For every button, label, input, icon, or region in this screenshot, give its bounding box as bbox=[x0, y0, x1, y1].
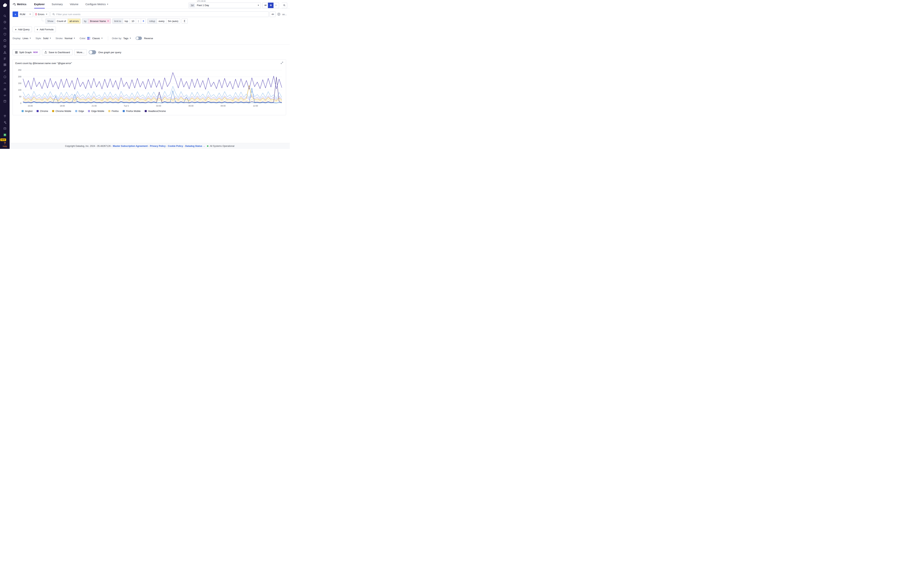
event-type-dropdown[interactable]: Errors ▼ bbox=[34, 11, 50, 17]
time-range-chip[interactable]: 1d bbox=[189, 3, 195, 7]
footer-link-cookie-policy[interactable]: Cookie Policy bbox=[168, 145, 183, 147]
add-query-button[interactable]: + Add Query bbox=[12, 26, 32, 32]
tab-configure-metrics[interactable]: Configure Metrics▼ bbox=[85, 0, 108, 8]
legend-item-headlesschrome[interactable]: HeadlessChrome bbox=[145, 110, 166, 113]
sigma-button[interactable]: Σ bbox=[182, 19, 187, 24]
legend-item-chrome[interactable]: Chrome bbox=[37, 110, 48, 113]
display-dropdown[interactable]: Lines▼ bbox=[23, 37, 31, 40]
footer-link-datadog-status[interactable]: Datadog Status → bbox=[185, 145, 205, 147]
legend-swatch-icon bbox=[145, 110, 147, 112]
event-search-field[interactable] bbox=[50, 11, 269, 17]
help-button[interactable]: ? Help bbox=[3, 142, 7, 147]
sidebar-database-icon[interactable] bbox=[3, 99, 7, 103]
footer-separator: - bbox=[149, 145, 149, 147]
svg-text:15:00: 15:00 bbox=[28, 105, 33, 107]
split-graph-icon bbox=[15, 51, 18, 54]
more-options-icon[interactable]: ⋮ bbox=[136, 19, 141, 24]
sidebar-metrics-icon[interactable] bbox=[3, 26, 7, 30]
source-dropdown[interactable]: RUM ▼ bbox=[18, 11, 33, 17]
order-by-label: Order by: bbox=[112, 37, 122, 40]
series-line-chrome bbox=[23, 73, 282, 90]
color-dropdown[interactable]: Classic▼ bbox=[87, 37, 103, 40]
svg-text:0: 0 bbox=[20, 102, 21, 104]
new-feature-badge: NEW bbox=[33, 51, 38, 53]
legend-item-edge-mobile[interactable]: Edge Mobile bbox=[88, 110, 104, 113]
style-dropdown[interactable]: Solid▼ bbox=[43, 37, 51, 40]
add-group-by-button[interactable]: + bbox=[141, 19, 146, 24]
time-range-selector[interactable]: 1d Past 1 Day ▼ bbox=[189, 3, 261, 8]
sidebar-sparkles-icon[interactable] bbox=[3, 120, 7, 125]
sidebar-service-map-icon[interactable] bbox=[3, 50, 7, 55]
sidebar-monitors-icon[interactable] bbox=[3, 32, 7, 36]
tab-volume[interactable]: Volume bbox=[70, 0, 79, 8]
color-label: Color: bbox=[80, 37, 86, 40]
sidebar-feedback-icon[interactable] bbox=[3, 126, 7, 131]
limit-value-dropdown[interactable]: 10 bbox=[130, 19, 136, 24]
tree-connector bbox=[42, 18, 44, 21]
legend-item-chrome-mobile[interactable]: Chrome Mobile bbox=[52, 110, 71, 113]
footer-link-privacy-policy[interactable]: Privacy Policy bbox=[150, 145, 166, 147]
legend-item-bingbot[interactable]: bingbot bbox=[22, 110, 33, 113]
svg-text:06:00: 06:00 bbox=[189, 105, 193, 107]
sidebar-search-icon[interactable] bbox=[3, 14, 7, 18]
limit-group: limit to top 10 ⋮ + bbox=[112, 19, 146, 24]
as-truncated-text[interactable]: as... bbox=[282, 13, 287, 16]
sidebar-apps-icon[interactable] bbox=[3, 62, 7, 67]
zoom-out-icon bbox=[283, 4, 286, 6]
group-by-tag[interactable]: Browser Name ✕ bbox=[88, 19, 111, 24]
rollup-interval-dropdown[interactable]: 5m (auto) bbox=[166, 19, 180, 24]
expand-chart-button[interactable] bbox=[280, 62, 283, 65]
chart-plot-area[interactable]: 05010015020025015:0018:0021:00Tue 503:00… bbox=[13, 67, 286, 109]
footer-link-master-subscription-agreement[interactable]: Master Subscription Agreement bbox=[113, 145, 148, 147]
legend-swatch-icon bbox=[88, 110, 90, 112]
measure-dropdown[interactable]: all errors bbox=[68, 19, 81, 24]
top-bottom-dropdown[interactable]: top bbox=[123, 19, 130, 24]
query-editor: a RUM ▼ Errors ▼ </> bbox=[9, 8, 290, 24]
legend-item-firefox[interactable]: Firefox bbox=[108, 110, 119, 113]
cookie-icon[interactable] bbox=[277, 12, 281, 17]
sidebar-history-icon[interactable] bbox=[3, 20, 7, 24]
split-graph-button[interactable]: Split Graph NEW bbox=[12, 49, 40, 55]
search-icon bbox=[52, 13, 55, 15]
pause-icon bbox=[269, 4, 272, 6]
sidebar-bug-icon[interactable] bbox=[3, 87, 7, 91]
sidebar-watchdog-icon[interactable] bbox=[3, 93, 7, 97]
forward-button[interactable] bbox=[274, 3, 279, 8]
sidebar-infrastructure-icon[interactable] bbox=[3, 44, 7, 49]
save-to-dashboard-button[interactable]: Save to Dashboard bbox=[42, 49, 73, 55]
sidebar-upgrade-icon[interactable] bbox=[3, 133, 7, 137]
stroke-dropdown[interactable]: Normal▼ bbox=[65, 37, 75, 40]
tab-summary[interactable]: Summary bbox=[52, 0, 63, 8]
search-input[interactable] bbox=[56, 13, 267, 16]
sidebar-logs-icon[interactable] bbox=[3, 56, 7, 61]
more-button[interactable]: More... bbox=[74, 49, 87, 55]
sidebar-link-icon[interactable] bbox=[3, 68, 7, 73]
sidebar-packages-icon[interactable] bbox=[3, 75, 7, 79]
sidebar-gauge-icon[interactable] bbox=[3, 81, 7, 85]
aggregation-dropdown[interactable]: Count of bbox=[55, 19, 68, 24]
rewind-icon bbox=[264, 4, 266, 6]
chart-legend: bingbotChromeChrome MobileEdgeEdge Mobil… bbox=[13, 109, 286, 115]
pause-button[interactable] bbox=[268, 3, 274, 8]
code-view-button[interactable]: </> bbox=[269, 11, 275, 17]
add-actions: + Add Query + Add Formula bbox=[9, 24, 290, 32]
timeseries-chart[interactable]: 05010015020025015:0018:0021:00Tue 503:00… bbox=[15, 68, 284, 108]
rewind-button[interactable] bbox=[262, 3, 268, 8]
add-formula-button[interactable]: + Add Formula bbox=[34, 26, 56, 32]
zoom-out-button[interactable] bbox=[282, 3, 287, 8]
remove-group-by-icon[interactable]: ✕ bbox=[107, 20, 109, 22]
playback-controls bbox=[262, 3, 279, 8]
datadog-logo[interactable] bbox=[0, 0, 9, 9]
one-graph-per-query-toggle[interactable] bbox=[89, 50, 96, 54]
tab-explorer[interactable]: Explorer bbox=[34, 0, 45, 8]
time-controls: UTC-05:00 1d Past 1 Day ▼ bbox=[189, 0, 287, 8]
query-letter-badge[interactable]: a bbox=[12, 11, 18, 17]
legend-item-edge[interactable]: Edge bbox=[75, 110, 84, 113]
order-by-dropdown[interactable]: Tags▼ bbox=[123, 37, 131, 40]
legend-item-firefox-mobile[interactable]: Firefox Mobile bbox=[123, 110, 141, 113]
svg-text:100: 100 bbox=[18, 89, 21, 91]
reverse-toggle[interactable] bbox=[136, 37, 142, 40]
sidebar-plug-icon[interactable] bbox=[3, 114, 7, 118]
sidebar-cases-icon[interactable] bbox=[3, 38, 7, 42]
group-by-group: by Browser Name ✕ bbox=[82, 19, 111, 24]
